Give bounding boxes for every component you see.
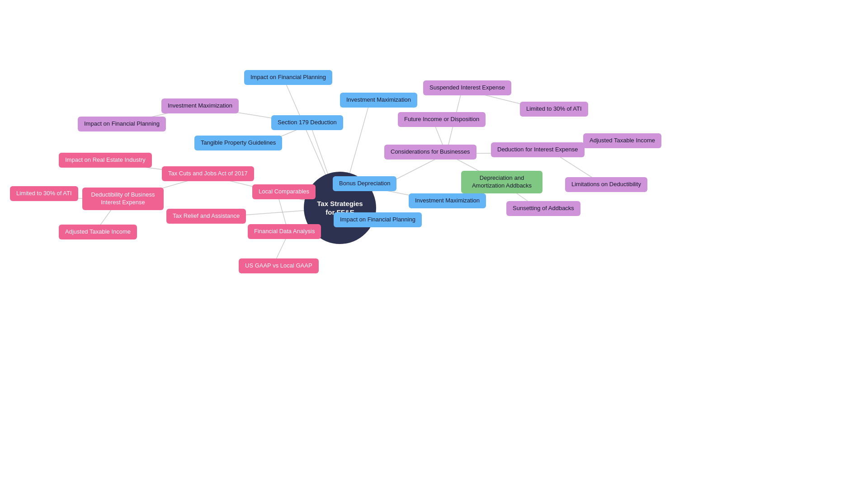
node-n26[interactable]: Adjusted Taxable Income (583, 133, 661, 148)
node-n10[interactable]: Limited to 30% of ATI (10, 186, 78, 201)
node-n3[interactable]: Investment Maximization (340, 93, 417, 108)
node-n9[interactable]: Deductibility of Business Interest Expen… (82, 188, 164, 210)
connections-svg (0, 0, 868, 488)
node-n25[interactable]: Limited to 30% of ATI (520, 102, 588, 117)
node-n19[interactable]: Considerations for Businesses (384, 145, 476, 160)
node-n14[interactable]: Financial Data Analysis (248, 224, 321, 239)
node-n6[interactable]: Impact on Financial Planning (78, 117, 166, 131)
node-n24[interactable]: Sunsetting of Addbacks (506, 201, 580, 216)
node-n12[interactable]: Tax Relief and Assistance (166, 209, 246, 224)
node-n27[interactable]: Limitations on Deductibility (565, 177, 647, 192)
node-n22[interactable]: Deduction for Interest Expense (491, 142, 585, 157)
node-n8[interactable]: Impact on Real Estate Industry (59, 153, 152, 168)
node-n17[interactable]: Investment Maximization (409, 193, 486, 208)
node-n20[interactable]: Suspended Interest Expense (423, 80, 511, 95)
node-n4[interactable]: Tangible Property Guidelines (194, 136, 282, 150)
node-n21[interactable]: Future Income or Disposition (398, 112, 486, 127)
node-n18[interactable]: Impact on Financial Planning (334, 212, 422, 227)
node-n13[interactable]: Local Comparables (252, 184, 316, 199)
node-n15[interactable]: US GAAP vs Local GAAP (239, 258, 319, 273)
node-n5[interactable]: Investment Maximization (161, 99, 239, 113)
node-n1[interactable]: Impact on Financial Planning (244, 70, 332, 85)
node-n16[interactable]: Bonus Depreciation (333, 176, 396, 191)
node-n7[interactable]: Tax Cuts and Jobs Act of 2017 (162, 166, 254, 181)
node-n11[interactable]: Adjusted Taxable Income (59, 225, 137, 239)
mindmap-container: Tax Strategies for FF&EImpact on Financi… (0, 0, 868, 488)
node-n2[interactable]: Section 179 Deduction (271, 115, 343, 130)
node-n23[interactable]: Depreciation and Amortization Addbacks (461, 171, 542, 193)
